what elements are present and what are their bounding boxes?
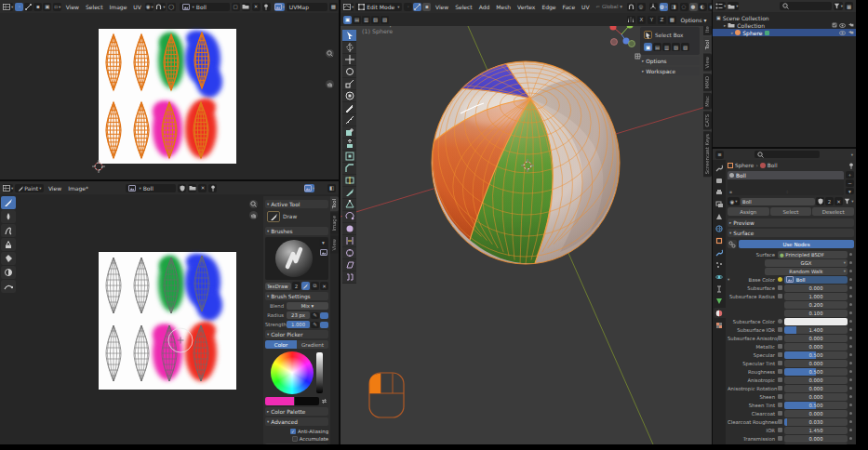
snap-options-icon[interactable]: ▩ — [668, 16, 676, 24]
slider-stack-[interactable]: 0.100 — [784, 310, 848, 317]
shading-material-button[interactable]: ◐ — [699, 3, 707, 11]
vp-tab-tool[interactable]: Tool — [703, 37, 712, 52]
slider-anisotropic[interactable]: 0.000 — [784, 377, 848, 384]
brushes-section[interactable]: ▾Brushes — [265, 227, 328, 235]
radius-slider[interactable]: 23 px — [287, 311, 310, 319]
paint-image-shield-icon[interactable] — [178, 184, 186, 192]
material-shield-icon[interactable] — [816, 197, 824, 205]
vp-tab-screencast-keys[interactable]: Screencast Keys — [703, 131, 712, 177]
tool-opt-5[interactable]: ▨ — [681, 43, 689, 51]
slide-tool-button[interactable] — [342, 235, 356, 247]
slider-subsurface[interactable]: 0.000 — [784, 285, 848, 292]
uv-select-edge-button[interactable] — [24, 3, 33, 11]
vp-menu-face[interactable]: Face — [560, 4, 578, 10]
orientation-dropdown[interactable]: ⌐ Global ▾ — [594, 4, 624, 9]
select-button[interactable]: Select — [770, 207, 812, 216]
properties-tab-viewlayer[interactable] — [714, 199, 726, 209]
properties-tab-output[interactable] — [714, 187, 726, 197]
properties-tab-material[interactable] — [714, 308, 726, 318]
gizmo-toggle-icon[interactable] — [649, 3, 658, 11]
shading-wireframe-button[interactable]: ◌ — [680, 3, 688, 11]
paint-menu-image[interactable]: Image* — [66, 185, 91, 192]
paint-npanel-toggle-icon[interactable]: ◧ — [327, 184, 336, 192]
radius-anim-icon[interactable] — [320, 312, 328, 319]
tool-opt-3[interactable]: ▥ — [662, 43, 671, 51]
vp-menu-uv[interactable]: UV — [580, 4, 593, 10]
mirror-x-button[interactable]: X — [637, 16, 646, 24]
uv-image-new-icon[interactable]: ▢ — [232, 3, 240, 11]
deselect-button[interactable]: Deselect — [812, 207, 854, 216]
paint-pin-icon[interactable] — [208, 184, 217, 192]
paint-image-selector[interactable]: ▾Boll — [126, 184, 176, 192]
material-slot-item[interactable]: Boll — [728, 171, 844, 179]
inset-tool-button[interactable] — [342, 151, 356, 163]
brush-image-icon[interactable] — [319, 248, 327, 256]
select-set-button[interactable]: ▣ — [343, 16, 352, 24]
workspace-section[interactable]: ▸Workspace — [640, 67, 700, 75]
radius-pressure-icon[interactable]: ✎ — [311, 312, 319, 319]
slider-metallic[interactable]: 0.000 — [784, 343, 848, 351]
slider-sheen[interactable]: 0.000 — [784, 393, 848, 401]
vp-menu-vertex[interactable]: Vertex — [515, 4, 538, 10]
outliner-search-input[interactable] — [780, 2, 832, 10]
select-mode-vertex-button[interactable]: · — [404, 3, 412, 11]
paint-image-folder-icon[interactable] — [188, 184, 196, 192]
paint-pan-icon[interactable] — [249, 211, 258, 219]
sss-method-dropdown[interactable]: Random Walk▾ — [765, 268, 848, 275]
select-invert-button[interactable]: ▧ — [371, 16, 380, 24]
properties-tab-world[interactable] — [714, 223, 726, 233]
brush-duplicate-icon[interactable]: ⧉ — [311, 282, 319, 290]
slot-specials-icon[interactable]: ▾ — [846, 188, 854, 194]
scale-tool-button[interactable] — [342, 78, 356, 90]
properties-tab-constraints[interactable] — [714, 284, 726, 294]
draw-brush-icon[interactable] — [267, 211, 280, 222]
options-section[interactable]: ▸Options — [640, 57, 700, 65]
foreground-color-swatch[interactable] — [265, 397, 294, 405]
paint-texture-slot-icon[interactable]: ▾ — [304, 184, 314, 192]
brush-dropdown-icon[interactable]: ▾ — [319, 239, 327, 246]
slider-stack-[interactable]: 0.200 — [784, 301, 848, 309]
mask-tool-button[interactable] — [1, 266, 16, 279]
uv-menu-uv[interactable]: UV — [131, 4, 144, 10]
background-color-swatch[interactable] — [295, 397, 319, 405]
mirror-icon[interactable] — [627, 16, 635, 24]
mode-dropdown[interactable]: Edit Mode▾ — [355, 3, 402, 11]
loopcut-tool-button[interactable] — [342, 175, 356, 187]
uv-image-unlink-icon[interactable]: ✕ — [252, 3, 260, 11]
xray-icon[interactable]: ◨ — [670, 3, 678, 11]
paint-zoom-icon[interactable] — [249, 200, 258, 208]
base-color-field[interactable]: Boll — [784, 276, 848, 284]
brush-preview[interactable]: ▾ — [265, 237, 328, 280]
material-unlink-icon[interactable]: ✕ — [835, 197, 843, 205]
uv-menu-view[interactable]: View — [63, 4, 81, 10]
outliner-row-scene-collection[interactable]: ▣Scene Collection — [713, 14, 856, 21]
sidebar-tab-tool[interactable]: Tool — [330, 196, 339, 211]
uv-checker-icon[interactable]: ▩ — [329, 3, 338, 11]
paint-mode-dropdown[interactable]: Paint▾ — [15, 184, 44, 192]
measure-tool-button[interactable] — [342, 114, 356, 126]
soften-tool-button[interactable] — [1, 210, 16, 223]
tool-opt-2[interactable]: ▤ — [653, 43, 661, 51]
vp-tab-mmd[interactable]: MMD — [703, 73, 712, 91]
brush-delete-icon[interactable]: ✕ — [320, 282, 328, 290]
smear-tool-button[interactable] — [1, 224, 16, 237]
shear-tool-button[interactable] — [342, 259, 356, 271]
editor-type-icon[interactable]: ▾ — [715, 2, 726, 10]
color-tab[interactable]: Color — [265, 340, 297, 349]
draw-brush-tool-button[interactable] — [1, 196, 16, 209]
snap-magnet-icon[interactable] — [627, 3, 635, 11]
surface-shader-field[interactable]: ● Principled BSDF — [778, 251, 848, 258]
material-browse-icon[interactable]: ◉▾ — [728, 197, 740, 205]
preview-section[interactable]: ▸Preview — [728, 218, 854, 227]
material-specials-icon[interactable]: ▾ — [844, 197, 854, 205]
swap-colors-icon[interactable] — [320, 398, 328, 405]
rip-tool-button[interactable] — [342, 271, 356, 284]
shading-solid-button[interactable]: ● — [689, 3, 698, 11]
vp-tab-cats[interactable]: CATS — [703, 112, 712, 130]
select-mode-face-button[interactable]: ▪ — [422, 3, 431, 11]
select-subtract-button[interactable]: ▥ — [362, 16, 370, 24]
clone-tool-button[interactable] — [1, 238, 16, 251]
outliner-row-collection[interactable]: ▸Collection — [713, 21, 856, 29]
shrink-tool-button[interactable] — [342, 247, 356, 259]
outliner-display-mode-icon[interactable]: ▾ — [728, 2, 738, 10]
